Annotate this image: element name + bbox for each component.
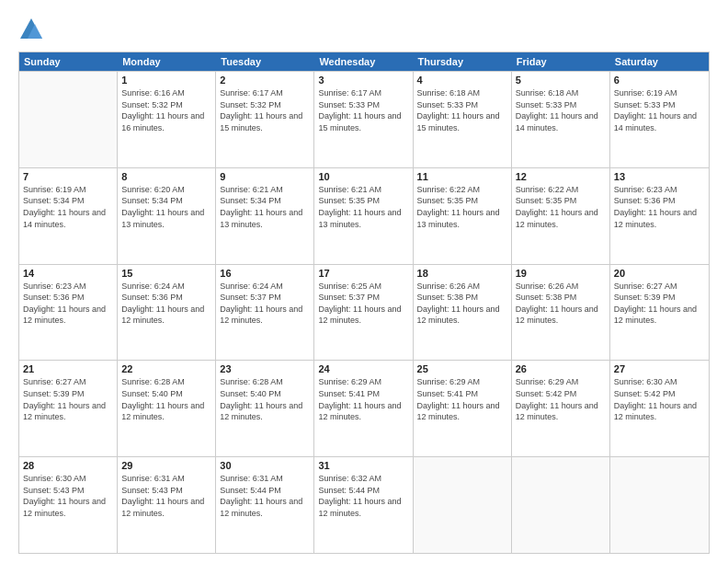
cell-info: Sunrise: 6:28 AM Sunset: 5:40 PM Dayligh… — [220, 376, 310, 422]
calendar-row-1: 7Sunrise: 6:19 AM Sunset: 5:34 PM Daylig… — [19, 167, 709, 264]
header-cell-saturday: Saturday — [610, 52, 709, 71]
calendar-row-3: 21Sunrise: 6:27 AM Sunset: 5:39 PM Dayli… — [19, 360, 709, 456]
calendar-cell: 22Sunrise: 6:28 AM Sunset: 5:40 PM Dayli… — [118, 361, 216, 456]
cell-info: Sunrise: 6:30 AM Sunset: 5:43 PM Dayligh… — [23, 473, 113, 519]
cell-info: Sunrise: 6:24 AM Sunset: 5:36 PM Dayligh… — [121, 281, 211, 327]
cell-info: Sunrise: 6:16 AM Sunset: 5:32 PM Dayligh… — [121, 87, 211, 133]
calendar-row-0: 1Sunrise: 6:16 AM Sunset: 5:32 PM Daylig… — [19, 71, 709, 167]
cell-info: Sunrise: 6:23 AM Sunset: 5:36 PM Dayligh… — [23, 281, 113, 327]
cell-day-number: 7 — [23, 171, 113, 182]
cell-info: Sunrise: 6:27 AM Sunset: 5:39 PM Dayligh… — [23, 376, 113, 422]
cell-info: Sunrise: 6:21 AM Sunset: 5:34 PM Dayligh… — [220, 184, 310, 230]
calendar-cell: 9Sunrise: 6:21 AM Sunset: 5:34 PM Daylig… — [216, 168, 314, 264]
cell-info: Sunrise: 6:17 AM Sunset: 5:32 PM Dayligh… — [220, 87, 310, 133]
cell-day-number: 21 — [23, 363, 113, 374]
cell-info: Sunrise: 6:29 AM Sunset: 5:41 PM Dayligh… — [318, 376, 408, 422]
page: SundayMondayTuesdayWednesdayThursdayFrid… — [0, 0, 728, 563]
cell-info: Sunrise: 6:26 AM Sunset: 5:38 PM Dayligh… — [417, 281, 507, 327]
cell-info: Sunrise: 6:22 AM Sunset: 5:35 PM Dayligh… — [417, 184, 507, 230]
calendar-cell: 5Sunrise: 6:18 AM Sunset: 5:33 PM Daylig… — [512, 72, 610, 167]
cell-day-number: 10 — [318, 171, 408, 182]
cell-day-number: 22 — [121, 363, 211, 374]
calendar-cell: 13Sunrise: 6:23 AM Sunset: 5:36 PM Dayli… — [610, 168, 709, 264]
calendar-cell — [19, 72, 118, 167]
cell-day-number: 3 — [318, 75, 408, 86]
calendar-cell: 4Sunrise: 6:18 AM Sunset: 5:33 PM Daylig… — [414, 72, 512, 167]
cell-day-number: 4 — [417, 75, 507, 86]
calendar-cell: 14Sunrise: 6:23 AM Sunset: 5:36 PM Dayli… — [19, 265, 118, 361]
header-cell-wednesday: Wednesday — [314, 52, 413, 71]
cell-day-number: 15 — [121, 268, 211, 279]
cell-info: Sunrise: 6:30 AM Sunset: 5:42 PM Dayligh… — [614, 376, 705, 422]
cell-info: Sunrise: 6:17 AM Sunset: 5:33 PM Dayligh… — [318, 87, 408, 133]
calendar-cell: 7Sunrise: 6:19 AM Sunset: 5:34 PM Daylig… — [19, 168, 118, 264]
calendar-cell: 20Sunrise: 6:27 AM Sunset: 5:39 PM Dayli… — [610, 265, 709, 361]
cell-info: Sunrise: 6:18 AM Sunset: 5:33 PM Dayligh… — [516, 87, 606, 133]
cell-info: Sunrise: 6:31 AM Sunset: 5:44 PM Dayligh… — [220, 473, 310, 519]
cell-day-number: 11 — [417, 171, 507, 182]
cell-day-number: 8 — [121, 171, 211, 182]
cell-day-number: 27 — [614, 363, 705, 374]
calendar-row-4: 28Sunrise: 6:30 AM Sunset: 5:43 PM Dayli… — [19, 456, 709, 553]
cell-day-number: 20 — [614, 268, 705, 279]
cell-day-number: 25 — [417, 363, 507, 374]
cell-day-number: 17 — [318, 268, 408, 279]
cell-day-number: 9 — [220, 171, 310, 182]
cell-day-number: 14 — [23, 268, 113, 279]
header-cell-thursday: Thursday — [414, 52, 512, 71]
cell-info: Sunrise: 6:32 AM Sunset: 5:44 PM Dayligh… — [318, 473, 408, 519]
calendar-header: SundayMondayTuesdayWednesdayThursdayFrid… — [19, 52, 709, 71]
calendar-cell: 2Sunrise: 6:17 AM Sunset: 5:32 PM Daylig… — [216, 72, 314, 167]
cell-info: Sunrise: 6:23 AM Sunset: 5:36 PM Dayligh… — [614, 184, 705, 230]
cell-day-number: 23 — [220, 363, 310, 374]
calendar-cell: 24Sunrise: 6:29 AM Sunset: 5:41 PM Dayli… — [314, 361, 413, 456]
calendar-cell: 12Sunrise: 6:22 AM Sunset: 5:35 PM Dayli… — [512, 168, 610, 264]
logo — [18, 17, 48, 42]
cell-day-number: 28 — [23, 460, 113, 471]
cell-info: Sunrise: 6:20 AM Sunset: 5:34 PM Dayligh… — [121, 184, 211, 230]
cell-info: Sunrise: 6:19 AM Sunset: 5:33 PM Dayligh… — [614, 87, 705, 133]
calendar-body: 1Sunrise: 6:16 AM Sunset: 5:32 PM Daylig… — [19, 71, 709, 553]
cell-day-number: 6 — [614, 75, 705, 86]
cell-day-number: 30 — [220, 460, 310, 471]
cell-info: Sunrise: 6:31 AM Sunset: 5:43 PM Dayligh… — [121, 473, 211, 519]
cell-day-number: 29 — [121, 460, 211, 471]
calendar-cell: 8Sunrise: 6:20 AM Sunset: 5:34 PM Daylig… — [118, 168, 216, 264]
calendar-cell: 26Sunrise: 6:29 AM Sunset: 5:42 PM Dayli… — [512, 361, 610, 456]
calendar-cell: 19Sunrise: 6:26 AM Sunset: 5:38 PM Dayli… — [512, 265, 610, 361]
cell-info: Sunrise: 6:22 AM Sunset: 5:35 PM Dayligh… — [516, 184, 606, 230]
cell-info: Sunrise: 6:24 AM Sunset: 5:37 PM Dayligh… — [220, 281, 310, 327]
cell-day-number: 31 — [318, 460, 408, 471]
cell-day-number: 24 — [318, 363, 408, 374]
calendar-cell: 17Sunrise: 6:25 AM Sunset: 5:37 PM Dayli… — [314, 265, 413, 361]
header-cell-monday: Monday — [118, 52, 216, 71]
calendar-cell: 30Sunrise: 6:31 AM Sunset: 5:44 PM Dayli… — [216, 457, 314, 553]
cell-info: Sunrise: 6:26 AM Sunset: 5:38 PM Dayligh… — [516, 281, 606, 327]
calendar-cell — [512, 457, 610, 553]
cell-info: Sunrise: 6:27 AM Sunset: 5:39 PM Dayligh… — [614, 281, 705, 327]
calendar-cell: 25Sunrise: 6:29 AM Sunset: 5:41 PM Dayli… — [414, 361, 512, 456]
cell-day-number: 26 — [516, 363, 606, 374]
calendar-cell: 31Sunrise: 6:32 AM Sunset: 5:44 PM Dayli… — [314, 457, 413, 553]
calendar-cell: 10Sunrise: 6:21 AM Sunset: 5:35 PM Dayli… — [314, 168, 413, 264]
calendar-cell: 27Sunrise: 6:30 AM Sunset: 5:42 PM Dayli… — [610, 361, 709, 456]
cell-day-number: 1 — [121, 75, 211, 86]
header — [18, 17, 710, 42]
cell-day-number: 18 — [417, 268, 507, 279]
calendar-cell: 16Sunrise: 6:24 AM Sunset: 5:37 PM Dayli… — [216, 265, 314, 361]
header-cell-tuesday: Tuesday — [216, 52, 314, 71]
calendar-cell: 23Sunrise: 6:28 AM Sunset: 5:40 PM Dayli… — [216, 361, 314, 456]
cell-info: Sunrise: 6:29 AM Sunset: 5:42 PM Dayligh… — [516, 376, 606, 422]
calendar-cell: 3Sunrise: 6:17 AM Sunset: 5:33 PM Daylig… — [314, 72, 413, 167]
calendar-cell: 1Sunrise: 6:16 AM Sunset: 5:32 PM Daylig… — [118, 72, 216, 167]
calendar-cell — [610, 457, 709, 553]
cell-info: Sunrise: 6:29 AM Sunset: 5:41 PM Dayligh… — [417, 376, 507, 422]
cell-info: Sunrise: 6:25 AM Sunset: 5:37 PM Dayligh… — [318, 281, 408, 327]
cell-info: Sunrise: 6:18 AM Sunset: 5:33 PM Dayligh… — [417, 87, 507, 133]
header-cell-friday: Friday — [512, 52, 610, 71]
cell-info: Sunrise: 6:21 AM Sunset: 5:35 PM Dayligh… — [318, 184, 408, 230]
calendar-cell: 6Sunrise: 6:19 AM Sunset: 5:33 PM Daylig… — [610, 72, 709, 167]
cell-day-number: 19 — [516, 268, 606, 279]
calendar-cell: 28Sunrise: 6:30 AM Sunset: 5:43 PM Dayli… — [19, 457, 118, 553]
header-cell-sunday: Sunday — [19, 52, 118, 71]
